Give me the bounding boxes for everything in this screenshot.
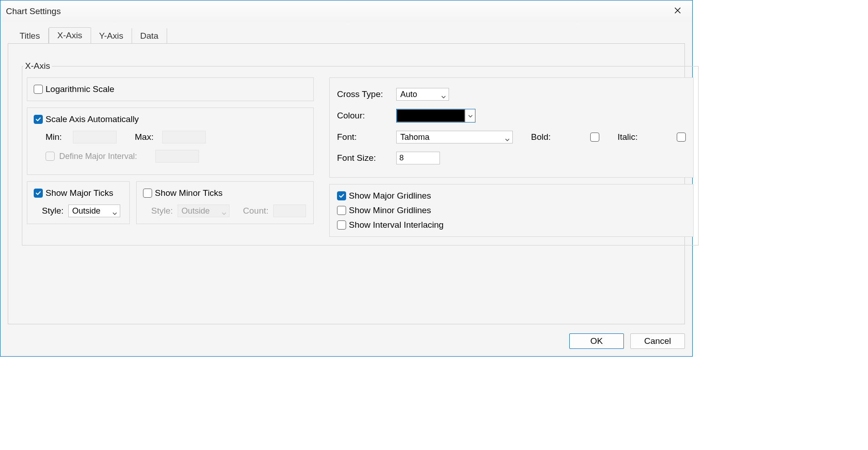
xaxis-group: X-Axis Logarithmic Scale [22, 61, 699, 245]
ok-button[interactable]: OK [569, 333, 624, 349]
major-style-label: Style: [42, 206, 64, 216]
interlacing-label: Show Interval Interlacing [349, 220, 444, 230]
major-style-value: Outside [72, 206, 101, 216]
max-label: Max: [135, 132, 158, 142]
log-scale-panel: Logarithmic Scale [27, 77, 314, 101]
min-input[interactable] [73, 131, 117, 143]
tab-yaxis[interactable]: Y-Axis [91, 28, 132, 44]
minor-ticks-checkbox[interactable] [143, 189, 152, 198]
major-ticks-checkbox[interactable] [34, 189, 43, 198]
colour-dropdown-button[interactable] [465, 109, 475, 122]
appearance-panel: Cross Type: Auto Colour: [329, 77, 694, 178]
italic-checkbox[interactable] [677, 133, 686, 142]
tab-data[interactable]: Data [132, 28, 167, 44]
content-area: Titles X-Axis Y-Axis Data X-Axis Logarit… [8, 28, 685, 324]
major-style-select[interactable]: Outside [68, 205, 120, 217]
minor-ticks-panel: Show Minor Ticks Style: Outside [136, 181, 314, 224]
scale-panel: Scale Axis Automatically Min: Max: [27, 107, 314, 175]
chevron-down-icon [112, 209, 117, 213]
interval-input[interactable] [155, 150, 199, 163]
tab-titles[interactable]: Titles [11, 28, 49, 44]
colour-label: Colour: [337, 111, 392, 121]
major-ticks-label: Show Major Ticks [46, 188, 113, 198]
font-select[interactable]: Tahoma [396, 131, 513, 143]
close-icon [674, 7, 681, 16]
cross-type-value: Auto [400, 90, 417, 99]
dialog-footer: OK Cancel [569, 333, 685, 349]
colour-picker[interactable] [396, 109, 475, 123]
major-ticks-panel: Show Major Ticks Style: Outside [27, 181, 130, 224]
major-gridlines-checkbox[interactable] [337, 191, 346, 200]
titlebar: Chart Settings [0, 0, 692, 22]
chevron-down-icon [441, 92, 446, 97]
font-label: Font: [337, 132, 392, 142]
window-title: Chart Settings [6, 6, 61, 16]
interlacing-checkbox[interactable] [337, 220, 346, 230]
cross-type-label: Cross Type: [337, 89, 392, 99]
log-scale-label: Logarithmic Scale [46, 84, 114, 94]
minor-gridlines-checkbox[interactable] [337, 206, 346, 215]
chart-settings-window: Chart Settings Titles X-Axis Y-Axis Data… [0, 0, 693, 357]
group-legend: X-Axis [23, 61, 52, 71]
chevron-down-icon [222, 209, 226, 213]
log-scale-checkbox[interactable] [34, 85, 43, 94]
minor-count-input[interactable] [273, 205, 306, 217]
minor-gridlines-label: Show Minor Gridlines [349, 205, 431, 215]
minor-ticks-label: Show Minor Ticks [155, 188, 223, 198]
cancel-button[interactable]: Cancel [630, 333, 685, 349]
major-gridlines-label: Show Major Gridlines [349, 191, 431, 201]
minor-style-value: Outside [182, 206, 210, 216]
bold-checkbox[interactable] [590, 133, 599, 142]
colour-swatch [397, 109, 465, 122]
tabstrip: Titles X-Axis Y-Axis Data [11, 28, 685, 43]
define-interval-label: Define Major Interval: [59, 152, 137, 161]
gridlines-panel: Show Major Gridlines Show Minor Gridline… [329, 184, 694, 237]
scale-auto-label: Scale Axis Automatically [46, 114, 139, 124]
font-size-label: Font Size: [337, 153, 392, 163]
min-label: Min: [46, 132, 68, 142]
font-value: Tahoma [400, 133, 429, 142]
chevron-down-icon [468, 111, 473, 121]
define-interval-checkbox [46, 152, 55, 161]
italic-label: Italic: [618, 132, 672, 142]
minor-style-label: Style: [151, 206, 173, 216]
tab-xaxis[interactable]: X-Axis [49, 27, 91, 44]
font-size-input[interactable] [396, 152, 440, 164]
minor-count-label: Count: [243, 206, 269, 216]
bold-label: Bold: [531, 132, 586, 142]
tabpanel-xaxis: X-Axis Logarithmic Scale [8, 43, 685, 324]
scale-auto-checkbox[interactable] [34, 115, 43, 124]
cross-type-select[interactable]: Auto [396, 88, 449, 101]
max-input[interactable] [162, 131, 206, 143]
minor-style-select: Outside [178, 205, 230, 217]
chevron-down-icon [505, 135, 510, 139]
close-button[interactable] [669, 4, 687, 19]
